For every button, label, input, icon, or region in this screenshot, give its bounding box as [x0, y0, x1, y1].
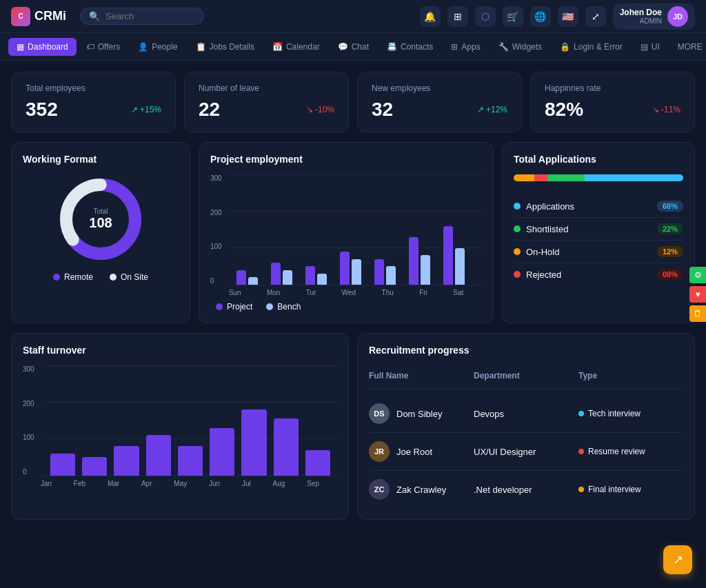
working-format-card: Working Format Total 108: [11, 142, 190, 323]
turnover-bar-0: [50, 454, 75, 476]
nav-people[interactable]: 👤 People: [130, 38, 185, 56]
proj-x-label-3: Wed: [342, 289, 356, 296]
nav-dashboard[interactable]: ▦ Dashboard: [8, 38, 77, 56]
nav-jobs[interactable]: 📋 Jobs Details: [188, 38, 263, 56]
person-info-1: JR Joe Root: [369, 441, 474, 462]
nav-calendar[interactable]: 📅 Calendar: [264, 38, 328, 56]
person-name-0: Dom Sibley: [396, 409, 442, 419]
total-apps-title: Total Applications: [514, 154, 683, 165]
search-box[interactable]: 🔍: [80, 8, 204, 25]
app-row-1: Shortlisted 22%: [514, 218, 683, 241]
legend-project: Project: [216, 302, 252, 312]
header: C CRMi 🔍 🔔 ⊞ ⬡ 🛒 🌐 🇺🇸 ⤢ Johen Doe ADMIN …: [0, 0, 706, 33]
turnover-bar-8: [305, 450, 330, 476]
float-btn-red[interactable]: ♥: [689, 286, 706, 303]
project-bar-6: [443, 226, 453, 285]
person-type-1: Resume review: [578, 447, 683, 456]
person-dept-0: Devops: [474, 409, 578, 419]
progress-segment: [514, 174, 534, 181]
staff-turnover-title: Staff turnover: [23, 345, 337, 356]
search-icon: 🔍: [89, 11, 100, 21]
legend-remote: Remote: [53, 272, 93, 282]
bench-bar-1: [283, 270, 292, 285]
legend-onsite: On Site: [110, 272, 148, 282]
stat-value-row-new: 32 ↗ +12%: [372, 99, 507, 121]
progress-segment: [547, 174, 585, 181]
app-dot-3: [514, 271, 521, 278]
proj-x-label-6: Sat: [453, 289, 463, 296]
nav-widgets[interactable]: 🔧 Widgets: [490, 38, 550, 56]
bench-bar-5: [421, 255, 430, 285]
recruitment-rows: DS Dom Sibley Devops Tech interview JR J…: [369, 395, 683, 508]
app-label-0: Applications: [514, 201, 574, 212]
stat-change-happiness: ↘ -11%: [652, 105, 680, 114]
globe-icon[interactable]: 🌐: [530, 6, 551, 27]
project-x-labels: SunMonTurWedThuFriSat: [210, 285, 482, 296]
stat-value-row-leave: 22 ↘ -10%: [199, 99, 334, 121]
notification-icon[interactable]: 🔔: [420, 6, 441, 27]
bench-bar-6: [455, 248, 465, 285]
float-btn-yellow[interactable]: 🗒: [689, 305, 706, 322]
stat-happiness: Happinnes rate 82% ↘ -11%: [530, 72, 695, 132]
person-avatar-1: JR: [369, 441, 390, 462]
recruitment-title: Recruitment progress: [369, 345, 683, 356]
t-x-label-0: Jan: [41, 480, 52, 487]
stat-title-employees: Total employees: [26, 83, 161, 93]
t-x-label-3: Apr: [141, 480, 152, 487]
project-dot: [216, 303, 223, 310]
turnover-bar-5: [210, 428, 234, 476]
bench-bar-0: [248, 277, 258, 285]
proj-x-label-0: Sun: [229, 289, 241, 296]
legend-bench: Bench: [266, 302, 301, 312]
bench-dot: [266, 303, 273, 310]
nav-ui[interactable]: ▤ UI: [632, 38, 668, 56]
turnover-bar-4: [178, 446, 203, 476]
grid-icon[interactable]: ⊞: [447, 6, 468, 27]
person-dept-1: UX/UI Designer: [474, 447, 578, 457]
bench-bar-2: [317, 274, 327, 285]
project-employment-title: Project employment: [210, 154, 482, 165]
project-bar-3: [340, 252, 350, 285]
user-role: ADMIN: [620, 17, 662, 25]
flag-icon[interactable]: 🇺🇸: [558, 6, 578, 27]
nav-chat[interactable]: 💬 Chat: [330, 38, 377, 56]
nav-login-error[interactable]: 🔒 Login & Error: [552, 38, 631, 56]
turnover-y-axis: 300 200 100 0: [23, 365, 34, 476]
nav-apps[interactable]: ⊞ Apps: [443, 38, 488, 56]
cart-icon[interactable]: 🛒: [503, 6, 523, 27]
arrow-up-icon: ↗: [131, 105, 138, 114]
turnover-bars: [43, 365, 337, 476]
nav-contacts[interactable]: 📇 Contacts: [379, 38, 441, 56]
person-avatar-0: DS: [369, 403, 390, 424]
recruit-row-2: ZC Zak Crawley .Net developer Final inte…: [369, 471, 683, 508]
t-x-label-8: Sep: [307, 480, 319, 487]
bar-group-3: [340, 252, 373, 285]
bar-group-4: [374, 259, 407, 285]
nav-more[interactable]: MORE: [669, 38, 706, 56]
stat-value-leave: 22: [199, 99, 220, 121]
user-info[interactable]: Johen Doe ADMIN JD: [613, 3, 695, 30]
proj-x-label-5: Fri: [419, 289, 427, 296]
hex-icon[interactable]: ⬡: [475, 6, 496, 27]
search-input[interactable]: [105, 11, 188, 21]
progress-segment: [585, 174, 683, 181]
project-y-axis: 300 200 100 0: [210, 174, 222, 285]
donut-center: Total 108: [89, 207, 112, 231]
app-label-1: Shortlisted: [514, 224, 568, 234]
turnover-x-labels: JanFebMarAprMayJunJulAugSep: [23, 476, 337, 487]
t-x-label-2: Mar: [108, 480, 119, 487]
person-type-0: Tech interview: [578, 409, 683, 418]
stat-title-new: New employees: [372, 83, 507, 93]
donut-legend: Remote On Site: [23, 272, 179, 282]
nav-offers[interactable]: 🏷 Offers: [78, 38, 128, 56]
stat-title-leave: Number of leave: [199, 83, 334, 93]
recruit-header: Full Name Department Type: [369, 365, 683, 389]
person-info-2: ZC Zak Crawley: [369, 479, 474, 500]
proj-x-label-4: Thu: [382, 289, 394, 296]
stat-new-employees: New employees 32 ↗ +12%: [357, 72, 522, 132]
fab-button[interactable]: ↗: [663, 545, 692, 574]
project-bar-4: [374, 259, 384, 285]
expand-icon[interactable]: ⤢: [585, 6, 606, 27]
stat-title-happiness: Happinnes rate: [545, 83, 680, 93]
float-btn-green[interactable]: ⚙: [689, 267, 706, 283]
